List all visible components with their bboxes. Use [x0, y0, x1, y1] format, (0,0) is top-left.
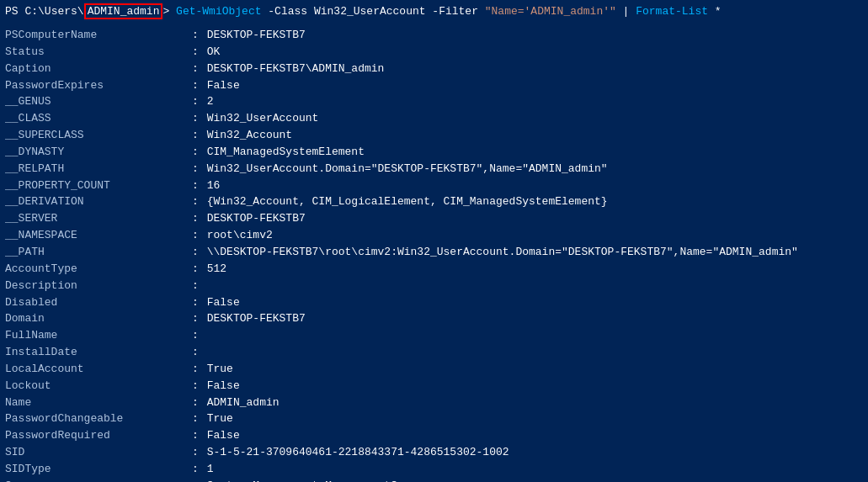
- output-sep: :: [192, 162, 207, 178]
- table-row: PSComputerName:DESKTOP-FEKSTB7: [5, 28, 863, 45]
- output-val: 1: [207, 462, 863, 479]
- table-row: __DYNASTY:CIM_ManagedSystemElement: [5, 145, 863, 162]
- output-val: DESKTOP-FEKSTB7: [207, 311, 863, 328]
- output-sep: :: [192, 94, 207, 111]
- output-val: True: [207, 362, 863, 379]
- cmd-filter-param: -Filter: [426, 5, 485, 18]
- cmd-filter-value: "Name='ADMIN_admin'": [485, 5, 616, 18]
- table-row: Disabled:False: [5, 295, 863, 312]
- table-row: AccountType:512: [5, 262, 863, 278]
- output-key: Status: [5, 45, 192, 61]
- table-row: Name:ADMIN_admin: [5, 395, 863, 412]
- output-sep: :: [192, 228, 207, 245]
- output-table: PSComputerName:DESKTOP-FEKSTB7Status:OKC…: [5, 28, 863, 482]
- output-sep: :: [192, 428, 207, 445]
- cmd-getwmiobject: Get-WmiObject: [176, 5, 261, 18]
- output-sep: :: [192, 479, 207, 482]
- table-row: Lockout:False: [5, 379, 863, 395]
- output-key: __RELPATH: [5, 162, 192, 178]
- output-key: InstallDate: [5, 345, 192, 362]
- output-sep: :: [192, 78, 207, 95]
- output-val: Win32_Account: [207, 128, 863, 145]
- table-row: Caption:DESKTOP-FEKSTB7\ADMIN_admin: [5, 61, 863, 78]
- table-row: SID:S-1-5-21-3709640461-2218843371-42865…: [5, 445, 863, 462]
- prompt-path-before: [19, 5, 25, 18]
- output-key: SID: [5, 445, 192, 462]
- output-sep: :: [192, 379, 207, 395]
- prompt-highlight: ADMIN_admin: [84, 3, 163, 19]
- output-key: PSComputerName: [5, 28, 192, 45]
- table-row: __DERIVATION:{Win32_Account, CIM_Logical…: [5, 194, 863, 211]
- output-sep: :: [192, 311, 207, 328]
- output-key: Scope: [5, 479, 192, 482]
- output-val: True: [207, 411, 863, 428]
- output-sep: :: [192, 395, 207, 412]
- output-sep: :: [192, 194, 207, 211]
- output-val: ADMIN_admin: [207, 395, 863, 412]
- output-key: Lockout: [5, 379, 192, 395]
- output-key: __DYNASTY: [5, 145, 192, 162]
- prompt-rest: >: [162, 5, 176, 18]
- output-val: 16: [207, 178, 863, 195]
- prompt-ps: PS: [5, 5, 19, 18]
- table-row: LocalAccount:True: [5, 362, 863, 379]
- output-key: AccountType: [5, 262, 192, 278]
- output-key: __PROPERTY_COUNT: [5, 178, 192, 195]
- cmd-class-param: -Class: [262, 5, 314, 18]
- table-row: SIDType:1: [5, 462, 863, 479]
- output-key: SIDType: [5, 462, 192, 479]
- output-key: PasswordExpires: [5, 78, 192, 95]
- output-sep: :: [192, 362, 207, 379]
- table-row: PasswordRequired:False: [5, 428, 863, 445]
- output-sep: :: [192, 45, 207, 61]
- table-row: Domain:DESKTOP-FEKSTB7: [5, 311, 863, 328]
- output-key: PasswordRequired: [5, 428, 192, 445]
- cmd-class-value: Win32_UserAccount: [314, 5, 426, 18]
- output-val: root\cimv2: [207, 228, 863, 245]
- output-val: False: [207, 428, 863, 445]
- output-key: __SUPERCLASS: [5, 128, 192, 145]
- table-row: Description:: [5, 278, 863, 295]
- output-val: OK: [207, 45, 863, 61]
- output-val: System.Management.ManagementScope: [207, 479, 863, 482]
- output-key: __CLASS: [5, 111, 192, 128]
- output-sep: :: [192, 245, 207, 262]
- table-row: FullName:: [5, 328, 863, 345]
- table-row: __PROPERTY_COUNT:16: [5, 178, 863, 195]
- output-val: \\DESKTOP-FEKSTB7\root\cimv2:Win32_UserA…: [207, 245, 863, 262]
- table-row: PasswordExpires:False: [5, 78, 863, 95]
- output-val: DESKTOP-FEKSTB7: [207, 211, 863, 228]
- output-sep: :: [192, 411, 207, 428]
- output-sep: :: [192, 262, 207, 278]
- cmd-format-param: *: [708, 5, 722, 18]
- output-key: LocalAccount: [5, 362, 192, 379]
- output-val: False: [207, 295, 863, 312]
- table-row: __RELPATH:Win32_UserAccount.Domain="DESK…: [5, 162, 863, 178]
- output-key: Description: [5, 278, 192, 295]
- output-key: __DERIVATION: [5, 194, 192, 211]
- output-sep: :: [192, 278, 207, 295]
- output-sep: :: [192, 328, 207, 345]
- output-sep: :: [192, 61, 207, 78]
- output-key: Caption: [5, 61, 192, 78]
- output-sep: :: [192, 145, 207, 162]
- table-row: __SUPERCLASS:Win32_Account: [5, 128, 863, 145]
- output-val: CIM_ManagedSystemElement: [207, 145, 863, 162]
- output-val: [207, 278, 863, 295]
- output-sep: :: [192, 445, 207, 462]
- output-key: __PATH: [5, 245, 192, 262]
- output-sep: :: [192, 462, 207, 479]
- cmd-format-list: Format-List: [636, 5, 708, 18]
- output-val: DESKTOP-FEKSTB7: [207, 28, 863, 45]
- output-val: 2: [207, 94, 863, 111]
- table-row: PasswordChangeable:True: [5, 411, 863, 428]
- output-val: [207, 345, 863, 362]
- table-row: __SERVER:DESKTOP-FEKSTB7: [5, 211, 863, 228]
- output-key: Name: [5, 395, 192, 412]
- table-row: __CLASS:Win32_UserAccount: [5, 111, 863, 128]
- cmd-pipe: |: [616, 5, 636, 18]
- output-val: False: [207, 78, 863, 95]
- output-key: PasswordChangeable: [5, 411, 192, 428]
- output-sep: :: [192, 211, 207, 228]
- output-val: 512: [207, 262, 863, 278]
